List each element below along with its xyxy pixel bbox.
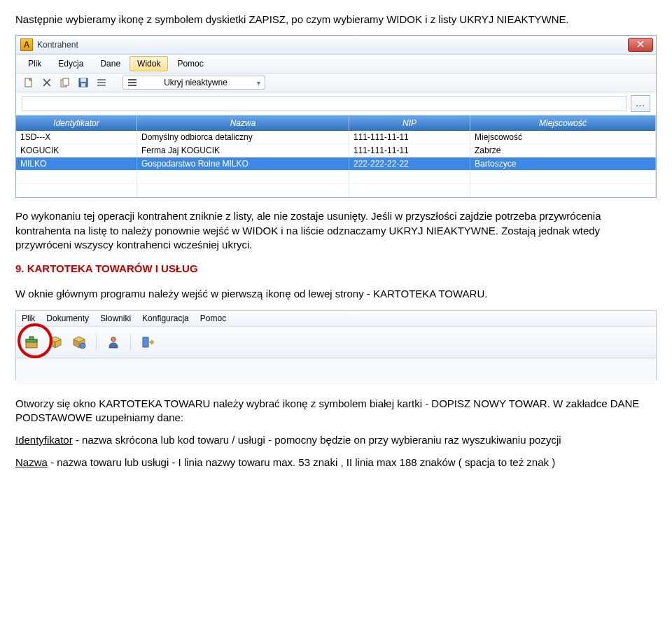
svg-rect-2 <box>63 78 69 85</box>
ident-label: Identyfikator <box>15 434 73 446</box>
section-heading-9: 9. KARTOTEKA TOWARÓW I USŁUG <box>15 262 657 276</box>
svg-rect-9 <box>128 79 136 80</box>
svg-rect-14 <box>29 337 34 339</box>
save-icon[interactable] <box>76 76 90 90</box>
main-toolbar <box>16 327 656 358</box>
svg-rect-23 <box>143 337 148 347</box>
browse-button[interactable]: ... <box>631 95 650 112</box>
menu-pomoc[interactable]: Pomoc <box>169 56 211 71</box>
list-icon[interactable] <box>94 76 108 90</box>
doc-mainprog-intro: W oknie głównym programu należy wejść w … <box>15 287 657 301</box>
menubar: Plik Edycja Dane Widok Pomoc <box>16 55 656 73</box>
col-nazwa[interactable]: Nazwa <box>137 115 349 131</box>
menu-main-plik[interactable]: Plik <box>22 314 35 323</box>
svg-point-22 <box>111 337 115 341</box>
menu-widok[interactable]: Widok <box>130 56 168 71</box>
doc-ident-line: Identyfikator - nazwa skrócona lub kod t… <box>15 433 657 447</box>
svg-rect-10 <box>128 82 136 83</box>
box1-icon[interactable] <box>48 335 62 349</box>
main-menubar: Plik Dokumenty Słowniki Konfiguracja Pom… <box>16 311 656 327</box>
cell-nazwa: Domyślny odbiorca detaliczny <box>137 131 349 144</box>
main-window-body <box>16 358 656 384</box>
toolbar: Ukryj nieaktywne ▾ <box>16 73 656 92</box>
cell-nip: 222-222-22-22 <box>349 157 470 171</box>
menu-main-pomoc[interactable]: Pomoc <box>200 314 226 323</box>
window-kontrahent: A Kontrahent Plik Edycja Dane Widok Pomo… <box>15 35 657 198</box>
svg-rect-6 <box>97 79 106 80</box>
cell-nazwa: Gospodarstwo Rolne MILKO <box>137 157 349 171</box>
table-row <box>16 184 656 197</box>
box2-icon[interactable] <box>72 335 86 349</box>
menu-edycja[interactable]: Edycja <box>50 56 91 71</box>
table-row[interactable]: KOGUCIK Ferma Jaj KOGUCIK 111-111-11-11 … <box>16 144 656 157</box>
doc-after-shot2: Otworzy się okno KARTOTEKA TOWARU należy… <box>15 397 657 425</box>
chevron-down-icon: ▾ <box>257 79 260 87</box>
table-row[interactable]: MILKO Gospodarstwo Rolne MILKO 222-222-2… <box>16 157 656 171</box>
cell-miejsc: Bartoszyce <box>470 157 656 171</box>
svg-rect-4 <box>80 78 86 82</box>
cell-nip: 111-111-11-11 <box>349 144 470 157</box>
hide-inactive-dropdown[interactable]: Ukryj nieaktywne ▾ <box>122 76 265 90</box>
data-grid: Identyfikator Nazwa NIP Miejscowość 1SD-… <box>16 115 656 197</box>
app-icon: A <box>20 38 33 51</box>
list-small-icon <box>127 78 137 87</box>
menu-dane[interactable]: Dane <box>92 56 128 71</box>
svg-rect-7 <box>97 82 106 83</box>
window-title: Kontrahent <box>37 40 628 50</box>
col-identyfikator[interactable]: Identyfikator <box>16 115 137 131</box>
close-icon <box>637 40 644 50</box>
cell-miejsc: Zabrze <box>470 144 656 157</box>
svg-rect-5 <box>81 83 85 87</box>
cell-id: MILKO <box>16 157 137 171</box>
titlebar: A Kontrahent <box>16 36 656 55</box>
copy-icon[interactable] <box>58 76 72 90</box>
person-icon[interactable] <box>106 335 120 349</box>
menu-main-slowniki[interactable]: Słowniki <box>100 314 131 323</box>
cell-miejsc: Miejscowość <box>470 131 656 144</box>
menu-plik[interactable]: Plik <box>20 56 49 71</box>
nazwa-label: Nazwa <box>15 456 48 468</box>
kartoteka-towaru-icon[interactable] <box>24 335 38 349</box>
nazwa-desc: - nazwa towaru lub usługi - I linia nazw… <box>48 456 555 468</box>
toolbar-divider <box>96 334 97 351</box>
doc-after-shot1: Po wykonaniu tej operacji kontrahent zni… <box>15 209 657 252</box>
svg-point-21 <box>80 343 85 348</box>
col-nip[interactable]: NIP <box>349 115 470 131</box>
toolbar-divider <box>130 334 131 351</box>
cell-nip: 111-111-11-11 <box>349 131 470 144</box>
svg-rect-8 <box>97 85 106 86</box>
dropdown-value: Ukryj nieaktywne <box>164 78 227 87</box>
svg-rect-11 <box>128 85 136 86</box>
search-input[interactable] <box>22 96 626 111</box>
svg-rect-13 <box>26 339 37 342</box>
col-miejscowosc[interactable]: Miejscowość <box>470 115 656 131</box>
search-row: ... <box>16 92 656 115</box>
window-main-program: Plik Dokumenty Słowniki Konfiguracja Pom… <box>15 310 657 380</box>
table-row <box>16 171 656 184</box>
close-button[interactable] <box>628 38 653 52</box>
doc-nazwa-line: Nazwa - nazwa towaru lub usługi - I lini… <box>15 456 657 470</box>
cell-nazwa: Ferma Jaj KOGUCIK <box>137 144 349 157</box>
new-icon[interactable] <box>22 76 36 90</box>
delete-icon[interactable] <box>40 76 54 90</box>
table-row[interactable]: 1SD---X Domyślny odbiorca detaliczny 111… <box>16 131 656 144</box>
menu-main-dokumenty[interactable]: Dokumenty <box>46 314 89 323</box>
cell-id: KOGUCIK <box>16 144 137 157</box>
ident-desc: - nazwa skrócona lub kod towaru / usługi… <box>73 434 561 446</box>
doc-intro: Następnie wybieramy ikonę z symbolem dys… <box>15 13 657 27</box>
exit-icon[interactable] <box>141 335 155 349</box>
menu-main-konfiguracja[interactable]: Konfiguracja <box>142 314 189 323</box>
cell-id: 1SD---X <box>16 131 137 144</box>
